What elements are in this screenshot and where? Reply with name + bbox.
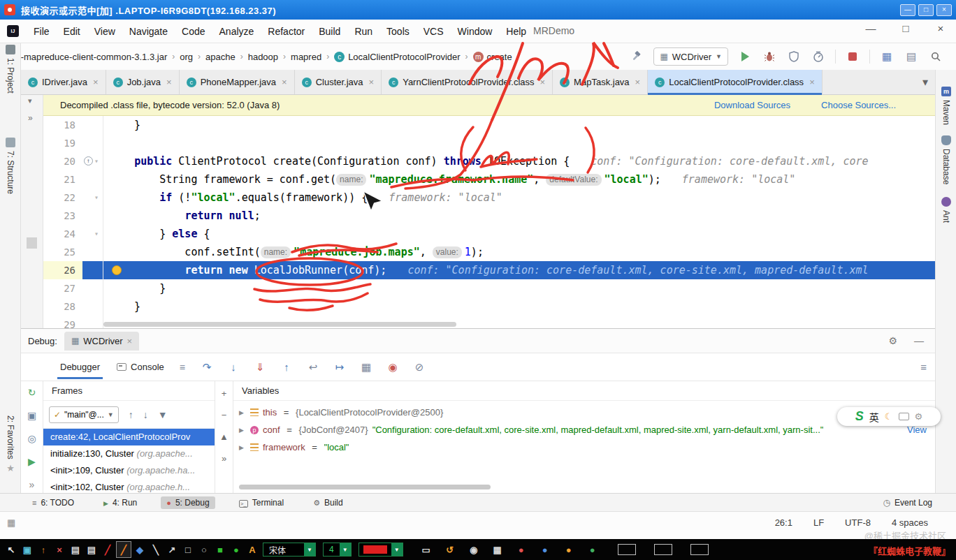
rerun-button[interactable]: ↻: [26, 387, 38, 398]
red-pen-tool[interactable]: ╱: [101, 542, 115, 557]
window-minimize-button[interactable]: —: [864, 22, 878, 34]
menu-help[interactable]: Help: [500, 23, 533, 40]
breadcrumb-org[interactable]: org: [180, 52, 193, 62]
toolwindow-build[interactable]: Build: [307, 496, 349, 509]
undo-tool[interactable]: ↺: [443, 542, 457, 557]
gutter-marker-area[interactable]: [82, 279, 103, 297]
menu-run[interactable]: Run: [348, 23, 379, 40]
code-text[interactable]: conf.setInt(name:"mapreduce.job.maps", v…: [103, 243, 935, 261]
size-dropdown[interactable]: 4 ▼: [323, 543, 352, 557]
close-icon[interactable]: ×: [809, 77, 815, 87]
menu-refactor[interactable]: Refactor: [261, 23, 311, 40]
toolwindow-toggle-icon[interactable]: ▦: [7, 517, 15, 528]
sogou-logo-icon[interactable]: S: [855, 409, 864, 424]
tab-debugger[interactable]: Debugger: [52, 355, 108, 379]
tab-job-java[interactable]: cJob.java×: [106, 70, 180, 94]
hidden-tabs-chevron-icon[interactable]: ▾: [915, 75, 935, 89]
toolwindow-5-debug[interactable]: 5: Debug: [161, 496, 215, 509]
breadcrumb-apache[interactable]: apache: [205, 52, 236, 62]
run-configuration-selector[interactable]: ▦ WCDriver ▼: [653, 47, 728, 66]
stop-button[interactable]: [845, 48, 860, 65]
gutter-marker-area[interactable]: ▾: [82, 189, 103, 207]
sidebar-item-database[interactable]: Database: [936, 135, 956, 184]
drop-frame-button[interactable]: ↩: [307, 361, 319, 374]
keyboard-icon[interactable]: [899, 413, 909, 420]
color-dropdown[interactable]: ▼: [358, 543, 403, 557]
remove-watch-button[interactable]: −: [222, 410, 227, 420]
view-breakpoints-button[interactable]: ◉: [386, 361, 399, 374]
coverage-button[interactable]: [786, 48, 802, 65]
view-link[interactable]: View: [900, 425, 927, 435]
expand-chevrons-icon[interactable]: »: [28, 113, 33, 123]
frame-row[interactable]: initialize:130, Cluster (org.apache...: [43, 445, 215, 462]
menu-code[interactable]: Code: [175, 23, 211, 40]
evaluate-expression-button[interactable]: ▦: [360, 361, 372, 374]
sidebar-item-structure[interactable]: 7: Structure: [0, 138, 21, 194]
ime-language-indicator[interactable]: 英: [869, 410, 879, 424]
tray-red-icon[interactable]: ●: [514, 542, 528, 557]
sidebar-item-project[interactable]: 1: Project: [0, 45, 21, 94]
more-button[interactable]: »: [26, 479, 38, 490]
code-text[interactable]: if (!"local".equals(framework)) {framewo…: [103, 189, 935, 207]
thread-dump-button[interactable]: ▣: [26, 410, 38, 421]
menu-navigate[interactable]: Navigate: [123, 23, 174, 40]
run-button[interactable]: [737, 48, 753, 65]
moon-icon[interactable]: ☾: [885, 411, 893, 422]
debug-session-tab[interactable]: ▦ WCDriver ×: [64, 332, 139, 351]
expand-chevron-icon[interactable]: ▶: [239, 409, 246, 416]
close-tool[interactable]: ×: [52, 542, 66, 557]
ellipse-tool[interactable]: ○: [197, 542, 211, 557]
filled-rect-tool[interactable]: ■: [213, 542, 227, 557]
line-separator[interactable]: LF: [813, 517, 824, 528]
build-hammer-button[interactable]: [629, 48, 644, 65]
thread-dropdown[interactable]: ✓ "main"@... ▼: [49, 406, 119, 423]
debug-minimize-icon[interactable]: —: [914, 335, 924, 346]
remote-close-button[interactable]: ×: [936, 4, 952, 16]
step-into-button[interactable]: ↓: [227, 361, 240, 374]
file-encoding[interactable]: UTF-8: [845, 517, 871, 528]
capture-tool[interactable]: ◉: [467, 542, 481, 557]
menu-view[interactable]: View: [88, 23, 122, 40]
tab-yarnclientprotocolprovider-class[interactable]: cYarnClientProtocolProvider.class×: [382, 70, 553, 94]
fold-icon[interactable]: ▾: [94, 225, 99, 243]
editor-horizontal-scrollbar[interactable]: [103, 322, 456, 327]
code-text[interactable]: }: [103, 297, 935, 316]
tab-phonemapper-java[interactable]: cPhoneMapper.java×: [180, 70, 295, 94]
expand-chevron-icon[interactable]: ▶: [239, 444, 246, 451]
watch-button[interactable]: ◎: [26, 433, 38, 444]
gutter-marker-area[interactable]: ↑▾: [82, 152, 103, 170]
menu-tools[interactable]: Tools: [380, 23, 416, 40]
resume-button[interactable]: ▶: [26, 456, 38, 467]
orange-pen-tool[interactable]: ╱: [117, 542, 131, 557]
frame-down-button[interactable]: ↓: [143, 409, 148, 420]
open-grid-button[interactable]: ▦: [879, 48, 895, 65]
filter-icon[interactable]: ▼: [158, 409, 168, 420]
font-dropdown[interactable]: 宋体 ▼: [263, 543, 316, 557]
variable-row-this[interactable]: ▶this = {LocalClientProtocolProvider@250…: [233, 404, 935, 421]
page-next-tool[interactable]: ▤: [85, 542, 99, 557]
add-watch-button[interactable]: +: [222, 388, 227, 399]
tab-idriver-java[interactable]: cIDriver.java×: [21, 70, 106, 94]
filled-ellipse-tool[interactable]: ●: [229, 542, 243, 557]
toolwindow-event-log[interactable]: ◷ Event Log: [883, 498, 932, 508]
debug-settings-gear-icon[interactable]: ⚙: [888, 335, 897, 346]
gutter-marker-area[interactable]: [82, 134, 103, 152]
variable-row-framework[interactable]: ▶framework = "local": [233, 439, 935, 456]
code-text[interactable]: [103, 134, 935, 152]
variables-horizontal-scrollbar[interactable]: [239, 485, 491, 489]
layout-button[interactable]: ▤: [904, 48, 919, 65]
arrow-up-tool[interactable]: ↑: [36, 542, 50, 557]
whiteboard-tool[interactable]: ▦: [491, 542, 505, 557]
step-over-button[interactable]: ↷: [201, 361, 213, 374]
breadcrumb-localclientprotocolprovider[interactable]: cLocalClientProtocolProvider: [334, 52, 460, 62]
remote-maximize-button[interactable]: □: [918, 4, 934, 16]
menu-analyze[interactable]: Analyze: [213, 23, 261, 40]
gutter-marker-area[interactable]: [82, 207, 103, 225]
close-icon[interactable]: ×: [127, 336, 133, 346]
line-tool[interactable]: ╲: [149, 542, 163, 557]
gutter-marker-area[interactable]: [82, 261, 103, 279]
window-close-button[interactable]: ×: [934, 22, 948, 34]
download-sources-link[interactable]: Download Sources: [714, 100, 790, 110]
sidebar-item-maven[interactable]: m Maven: [936, 87, 956, 125]
strip-scroll-thumb[interactable]: [27, 237, 37, 249]
